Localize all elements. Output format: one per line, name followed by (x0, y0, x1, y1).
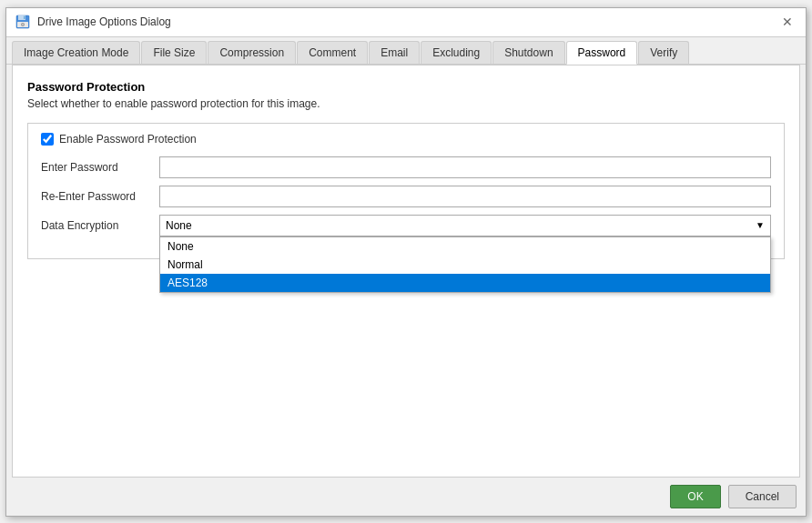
encryption-dropdown-wrapper: None ▼ None Normal AES128 (159, 215, 771, 236)
encryption-option-normal[interactable]: Normal (160, 256, 770, 274)
footer: OK Cancel (6, 478, 806, 516)
section-desc: Select whether to enable password protec… (27, 97, 785, 110)
enable-password-checkbox[interactable] (41, 133, 54, 146)
enter-password-input[interactable] (159, 156, 771, 178)
dialog-title: Drive Image Options Dialog (37, 15, 171, 28)
tab-file-size[interactable]: File Size (141, 41, 207, 64)
close-button[interactable]: ✕ (778, 13, 797, 31)
tab-email[interactable]: Email (369, 41, 420, 64)
cancel-button[interactable]: Cancel (728, 485, 797, 508)
tab-image-creation-mode[interactable]: Image Creation Mode (12, 41, 140, 64)
encryption-dropdown[interactable]: None ▼ (159, 215, 771, 236)
svg-point-5 (22, 24, 24, 25)
enable-password-label[interactable]: Enable Password Protection (59, 133, 197, 146)
tab-bar: Image Creation Mode File Size Compressio… (6, 37, 806, 65)
re-enter-password-input[interactable] (159, 186, 771, 207)
tab-password[interactable]: Password (566, 41, 638, 65)
re-enter-password-row: Re-Enter Password (41, 186, 771, 207)
tab-shutdown[interactable]: Shutdown (492, 41, 564, 64)
data-encryption-label: Data Encryption (41, 219, 159, 232)
dialog: Drive Image Options Dialog ✕ Image Creat… (5, 7, 807, 517)
svg-rect-2 (24, 16, 25, 20)
dropdown-arrow-icon: ▼ (756, 220, 765, 230)
enter-password-row: Enter Password (41, 156, 771, 178)
tab-verify[interactable]: Verify (638, 41, 689, 64)
password-protection-box: Enable Password Protection Enter Passwor… (27, 123, 785, 259)
tab-compression[interactable]: Compression (208, 41, 296, 64)
encryption-selected-value: None (166, 219, 192, 232)
encryption-dropdown-list: None Normal AES128 (159, 236, 771, 293)
ok-button[interactable]: OK (670, 485, 720, 508)
data-encryption-row: Data Encryption None ▼ None Normal AES12… (41, 215, 771, 236)
section-title: Password Protection (27, 80, 785, 94)
tab-comment[interactable]: Comment (297, 41, 368, 64)
encryption-option-aes128[interactable]: AES128 (160, 274, 770, 292)
re-enter-password-label: Re-Enter Password (41, 190, 159, 203)
main-content: Password Protection Select whether to en… (12, 65, 800, 478)
enable-password-row: Enable Password Protection (41, 133, 771, 146)
enter-password-label: Enter Password (41, 161, 159, 174)
disk-icon (15, 15, 30, 29)
encryption-option-none[interactable]: None (160, 237, 770, 256)
title-bar: Drive Image Options Dialog ✕ (6, 8, 806, 37)
tab-excluding[interactable]: Excluding (421, 41, 492, 64)
